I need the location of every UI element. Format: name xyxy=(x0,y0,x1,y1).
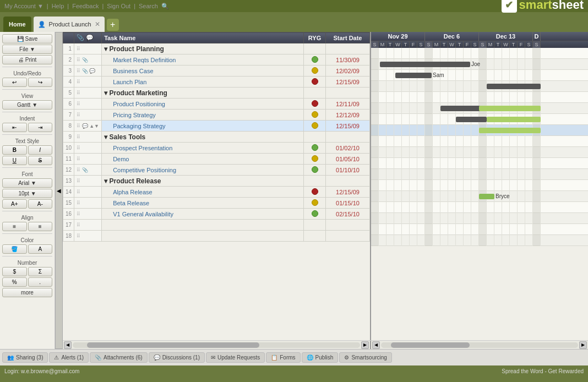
date-cell[interactable]: 12/15/09 xyxy=(326,77,370,88)
table-row[interactable]: 11⠿Demo01/05/10 xyxy=(63,154,370,165)
date-cell[interactable]: 11/30/09 xyxy=(326,54,370,66)
scroll-right-arrow-right[interactable]: ▶ xyxy=(579,341,587,349)
bg-color-button[interactable]: 🪣 xyxy=(2,244,27,254)
ryg-cell[interactable] xyxy=(304,54,326,66)
table-row[interactable]: 16⠿V1 General Availability02/15/10 xyxy=(63,209,370,220)
date-cell[interactable]: 01/05/10 xyxy=(326,154,370,165)
table-row[interactable]: 2⠿ 📎Market Reqts Definition11/30/09 xyxy=(63,54,370,66)
table-row[interactable]: 6⠿Product Positioning12/11/09 xyxy=(63,99,370,110)
ryg-cell[interactable] xyxy=(304,198,326,209)
bottom-tab-smart[interactable]: ⚙Smartsourcing xyxy=(339,352,391,363)
decimal-button[interactable]: . xyxy=(28,277,53,287)
indent-left-button[interactable]: ⇤ xyxy=(2,123,27,132)
scroll-left-arrow[interactable]: ◀ xyxy=(64,341,72,349)
ryg-header[interactable]: RYG xyxy=(304,32,326,43)
add-tab[interactable]: + xyxy=(107,19,119,31)
search-link[interactable]: Search xyxy=(139,3,158,9)
h-scroll-track-right[interactable] xyxy=(381,342,578,348)
task-name-cell[interactable]: Product Positioning xyxy=(102,99,304,110)
close-icon[interactable]: ✕ xyxy=(95,20,100,28)
task-name-cell[interactable]: ▾ Product Release xyxy=(102,176,304,187)
task-name-cell[interactable]: ▾ Product Planning xyxy=(102,43,304,54)
table-row[interactable]: 7⠿Pricing Strategy12/12/09 xyxy=(63,110,370,121)
date-cell[interactable] xyxy=(326,88,370,99)
task-name-cell[interactable]: Demo xyxy=(102,154,304,165)
home-tab[interactable]: Home xyxy=(3,17,31,32)
bold-button[interactable]: B xyxy=(2,145,27,155)
save-button[interactable]: 💾 Save xyxy=(2,34,52,43)
date-cell[interactable]: 01/10/10 xyxy=(326,165,370,176)
table-row[interactable]: 17⠿ xyxy=(63,220,370,231)
bottom-tab-publish[interactable]: 🌐Publish xyxy=(302,352,339,363)
date-cell[interactable]: 12/02/09 xyxy=(326,66,370,77)
date-cell[interactable] xyxy=(326,176,370,187)
ryg-cell[interactable] xyxy=(304,66,326,77)
bottom-tab-discuss[interactable]: 💬Discussions (1) xyxy=(149,352,205,363)
date-cell[interactable]: 02/15/10 xyxy=(326,209,370,220)
scroll-left-arrow-right[interactable]: ◀ xyxy=(372,341,380,349)
ryg-cell[interactable] xyxy=(304,88,326,99)
table-row[interactable]: 8⠿ 💬 ▲▼Packaging Strategy12/15/09 xyxy=(63,121,370,132)
bottom-tab-alert[interactable]: ⚠Alerts (1) xyxy=(49,352,89,363)
file-button[interactable]: File ▼ xyxy=(2,45,52,54)
decrease-font-button[interactable]: A- xyxy=(28,199,53,209)
task-name-cell[interactable]: Beta Release xyxy=(102,198,304,209)
font-selector[interactable]: Arial ▼ xyxy=(2,178,52,188)
table-row[interactable]: 1⠿▾ Product Planning xyxy=(63,43,370,54)
scroll-right-arrow-left[interactable]: ▶ xyxy=(361,341,369,349)
gantt-button[interactable]: Gantt ▼ xyxy=(2,100,52,110)
ryg-cell[interactable] xyxy=(304,99,326,110)
font-size-selector[interactable]: 10pt ▼ xyxy=(2,189,52,198)
task-name-cell[interactable]: V1 General Availability xyxy=(102,209,304,220)
undo-button[interactable]: ↩ xyxy=(2,78,27,87)
date-cell[interactable] xyxy=(326,220,370,231)
help-link[interactable]: Help xyxy=(52,3,64,9)
my-account-link[interactable]: My Account ▼ xyxy=(4,3,43,9)
task-name-cell[interactable]: Competitive Positioning xyxy=(102,165,304,176)
date-cell[interactable]: 01/02/10 xyxy=(326,143,370,154)
date-cell[interactable] xyxy=(326,231,370,242)
table-row[interactable]: 9⠿▾ Sales Tools xyxy=(63,132,370,143)
sign-out-link[interactable]: Sign Out xyxy=(107,3,130,9)
ryg-cell[interactable] xyxy=(304,220,326,231)
gantt-wrapper[interactable]: Nov 29Dec 6Dec 13D SMTWTFSSMTWTFSSMTWTFS… xyxy=(371,32,588,340)
feedback-link[interactable]: Feedback xyxy=(72,3,99,9)
text-color-button[interactable]: A xyxy=(28,244,53,254)
underline-button[interactable]: U xyxy=(2,156,27,165)
ryg-cell[interactable] xyxy=(304,187,326,198)
indent-right-button[interactable]: ⇥ xyxy=(28,123,53,132)
bottom-tab-share[interactable]: 👥Sharing (3) xyxy=(2,352,48,363)
sigma-button[interactable]: Σ xyxy=(28,267,53,276)
increase-font-button[interactable]: A+ xyxy=(2,199,27,209)
bottom-tab-attach[interactable]: 📎Attachments (6) xyxy=(90,352,148,363)
strikethrough-button[interactable]: S xyxy=(28,156,53,165)
italic-button[interactable]: I xyxy=(28,145,53,155)
table-row[interactable]: 10⠿Prospect Presentation01/02/10 xyxy=(63,143,370,154)
table-row[interactable]: 4⠿Launch Plan12/15/09 xyxy=(63,77,370,88)
percent-button[interactable]: % xyxy=(2,277,27,287)
ryg-cell[interactable] xyxy=(304,110,326,121)
h-scroll-thumb-right[interactable] xyxy=(391,342,470,348)
dollar-button[interactable]: $ xyxy=(2,267,27,276)
task-name-cell[interactable]: Alpha Release xyxy=(102,187,304,198)
task-name-cell[interactable]: Packaging Strategy xyxy=(102,121,304,132)
more-button[interactable]: more xyxy=(2,288,52,297)
table-row[interactable]: 15⠿Beta Release01/15/10 xyxy=(63,198,370,209)
date-cell[interactable]: 12/15/09 xyxy=(326,121,370,132)
ryg-cell[interactable] xyxy=(304,121,326,132)
task-name-header[interactable]: Task Name xyxy=(102,32,304,43)
task-name-cell[interactable]: ▾ Product Marketing xyxy=(102,88,304,99)
ryg-cell[interactable] xyxy=(304,43,326,54)
table-row[interactable]: 3⠿ 📎 💬Business Case12/02/09 xyxy=(63,66,370,77)
bottom-tab-update[interactable]: ✉Update Requests xyxy=(206,352,265,363)
align-left-button[interactable]: ≡ xyxy=(2,222,27,231)
sheet-tab[interactable]: 👤 Product Launch ✕ xyxy=(34,17,105,32)
ryg-cell[interactable] xyxy=(304,77,326,88)
task-name-cell[interactable]: Prospect Presentation xyxy=(102,143,304,154)
task-name-cell[interactable]: Business Case xyxy=(102,66,304,77)
bottom-tab-form[interactable]: 📋Forms xyxy=(266,352,300,363)
date-cell[interactable]: 12/12/09 xyxy=(326,110,370,121)
ryg-cell[interactable] xyxy=(304,165,326,176)
collapse-arrow[interactable]: ◀ xyxy=(55,32,63,349)
ryg-cell[interactable] xyxy=(304,231,326,242)
